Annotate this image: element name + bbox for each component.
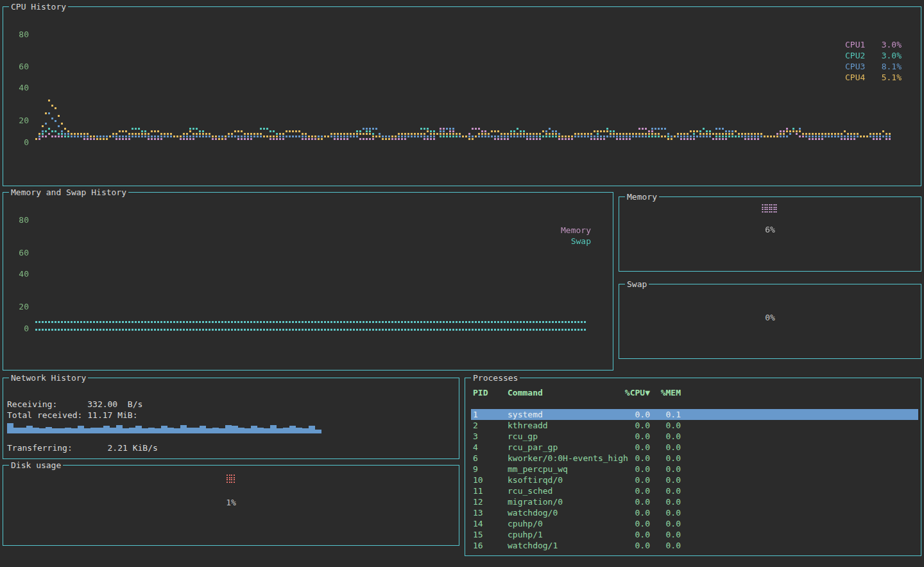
disk-usage-value: 1% [3, 497, 459, 508]
table-row[interactable]: 9mm_percpu_wq0.00.0 [471, 464, 918, 475]
pid-cell: 12 [473, 496, 483, 507]
cpu-ytick-40: 40 [3, 82, 29, 93]
swap-gauge-title: Swap [625, 279, 649, 290]
cpu-ytick-20: 20 [3, 115, 29, 126]
cpu-cell: 0.0 [605, 453, 650, 464]
table-row[interactable]: 14cpuhp/00.00.0 [471, 518, 918, 529]
table-row[interactable]: 16watchdog/10.00.0 [471, 540, 918, 551]
cpu-cell: 0.0 [605, 420, 650, 431]
gotop-terminal-screen: CPU History 80 60 40 20 0 CPU1 3.0% CPU2… [0, 0, 924, 567]
processes-title: Processes [471, 372, 520, 383]
cpu-legend: CPU1 3.0% CPU2 3.0% CPU3 8.1% CPU4 5.1% [845, 39, 902, 83]
table-row[interactable]: 1systemd0.00.1 [471, 409, 918, 420]
memory-gauge-dots [762, 204, 778, 213]
pid-cell: 11 [473, 485, 483, 496]
cpu4-value: 5.1% [882, 72, 902, 83]
disk-usage-dots [227, 475, 235, 484]
memory-gauge-title: Memory [625, 191, 659, 202]
pid-cell: 2 [473, 420, 478, 431]
column-header-mem: %MEM [655, 387, 681, 398]
pid-cell: 3 [473, 431, 478, 442]
mem-ytick-20: 20 [3, 301, 29, 312]
network-history-title: Network History [9, 372, 88, 383]
cpu-legend-row: CPU2 3.0% [845, 50, 902, 61]
memory-swap-legend: Memory Swap [561, 225, 591, 247]
mem-cell: 0.0 [655, 453, 681, 464]
command-cell: ksoftirqd/0 [508, 475, 563, 485]
cpu2-label: CPU2 [845, 50, 865, 61]
pid-cell: 13 [473, 507, 483, 518]
cpu-cell: 0.0 [605, 431, 650, 442]
memory-swap-history-chart [3, 193, 613, 370]
memory-legend-label: Memory [561, 225, 591, 236]
pid-cell: 9 [473, 464, 478, 475]
table-row[interactable]: 11rcu_sched0.00.0 [471, 485, 918, 496]
memory-gauge-value: 6% [619, 224, 921, 235]
cpu-cell: 0.0 [605, 475, 650, 485]
network-receiving-text: Receiving: 332.00 B/s [7, 399, 142, 410]
disk-usage-panel: Disk usage 1% [3, 465, 459, 546]
table-row[interactable]: 10ksoftirqd/00.00.0 [471, 475, 918, 485]
mem-cell: 0.0 [655, 518, 681, 529]
command-cell: watchdog/0 [508, 507, 558, 518]
processes-panel: Processes PID Command %CPU▼ %MEM 1system… [465, 378, 921, 556]
table-row[interactable]: 13watchdog/00.00.0 [471, 507, 918, 518]
table-row[interactable]: 6kworker/0:0H-events_high0.00.0 [471, 453, 918, 464]
command-cell: kthreadd [508, 420, 548, 431]
cpu1-label: CPU1 [845, 39, 865, 50]
pid-cell: 1 [473, 409, 478, 420]
pid-cell: 10 [473, 475, 483, 485]
cpu-cell: 0.0 [605, 518, 650, 529]
cpu3-label: CPU3 [845, 61, 865, 72]
command-cell: rcu_gp [508, 431, 538, 442]
command-cell: systemd [508, 409, 543, 420]
mem-cell: 0.0 [655, 507, 681, 518]
cpu4-label: CPU4 [845, 72, 865, 83]
network-history-panel: Network History Receiving: 332.00 B/s To… [3, 378, 459, 459]
mem-cell: 0.0 [655, 529, 681, 540]
mem-cell: 0.0 [655, 464, 681, 475]
table-row[interactable]: 12migration/00.00.0 [471, 496, 918, 507]
pid-cell: 14 [473, 518, 483, 529]
command-cell: rcu_sched [508, 485, 552, 496]
cpu-legend-row: CPU3 8.1% [845, 61, 902, 72]
pid-cell: 16 [473, 540, 483, 551]
memory-gauge-panel: Memory 6% [619, 196, 921, 272]
command-cell: mm_percpu_wq [508, 464, 568, 475]
disk-usage-title: Disk usage [9, 460, 63, 471]
cpu-cell: 0.0 [605, 409, 650, 420]
cpu-cell: 0.0 [605, 485, 650, 496]
swap-gauge-panel: Swap 0% [619, 284, 921, 359]
cpu-legend-row: CPU4 5.1% [845, 72, 902, 83]
column-header-cpu-sort[interactable]: %CPU▼ [605, 387, 650, 398]
cpu-cell: 0.0 [605, 464, 650, 475]
column-header-command: Command [508, 387, 543, 398]
table-row[interactable]: 3rcu_gp0.00.0 [471, 431, 918, 442]
cpu-legend-row: CPU1 3.0% [845, 39, 902, 50]
memory-swap-history-panel: Memory and Swap History 80 60 40 20 0 Me… [3, 192, 613, 371]
table-row[interactable]: 4rcu_par_gp0.00.0 [471, 442, 918, 453]
network-transferring-text: Transferring: 2.21 KiB/s [7, 442, 158, 453]
cpu-cell: 0.0 [605, 540, 650, 551]
table-row[interactable]: 2kthreadd0.00.0 [471, 420, 918, 431]
cpu3-value: 8.1% [882, 61, 902, 72]
cpu-history-chart [3, 7, 921, 186]
cpu-ytick-60: 60 [3, 61, 29, 72]
cpu-ytick-80: 80 [3, 29, 29, 40]
cpu-cell: 0.0 [605, 529, 650, 540]
mem-cell: 0.0 [655, 431, 681, 442]
cpu-ytick-0: 0 [3, 137, 29, 148]
mem-ytick-0: 0 [3, 323, 29, 334]
swap-legend-label: Swap [571, 236, 591, 247]
command-cell: rcu_par_gp [508, 442, 558, 453]
mem-cell: 0.0 [655, 420, 681, 431]
cpu-cell: 0.0 [605, 496, 650, 507]
mem-ytick-60: 60 [3, 247, 29, 258]
command-cell: cpuhp/0 [508, 518, 543, 529]
processes-table-header: PID Command %CPU▼ %MEM [471, 387, 918, 398]
cpu-history-panel: CPU History 80 60 40 20 0 CPU1 3.0% CPU2… [3, 6, 921, 186]
mem-ytick-80: 80 [3, 214, 29, 225]
swap-gauge-value: 0% [619, 312, 921, 323]
command-cell: watchdog/1 [508, 540, 558, 551]
table-row[interactable]: 15cpuhp/10.00.0 [471, 529, 918, 540]
